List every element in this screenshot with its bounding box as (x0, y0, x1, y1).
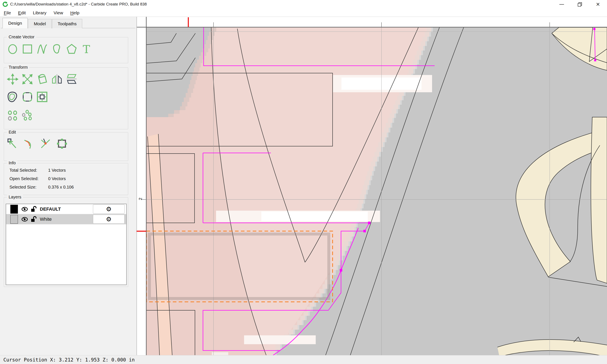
transform-tools-row1 (7, 74, 77, 85)
layer-name[interactable]: DEFAULT (40, 207, 93, 212)
mirror-horizontal-tool-icon[interactable] (51, 74, 63, 85)
create-vector-group: Create Vector T (4, 37, 128, 63)
layer-list: DEFAULT ⚙ White ⚙ (6, 204, 127, 285)
circle-tool-icon[interactable] (7, 43, 18, 54)
menu-file[interactable]: File (0, 10, 14, 15)
restore-button[interactable] (571, 0, 589, 9)
ruler-label-2: 2 (138, 198, 143, 200)
info-total-selected: Total Selected: 1 Vectors (10, 168, 66, 173)
open-selected-value: 0 Vectors (48, 176, 66, 181)
round-corners-tool-icon[interactable] (22, 91, 33, 103)
edit-tools (7, 138, 68, 149)
tab-toolpaths[interactable]: Toolpaths (52, 19, 82, 28)
cursor-y-indicator (137, 231, 146, 232)
total-selected-label: Total Selected: (10, 168, 47, 173)
polyline-tool-icon[interactable] (37, 43, 48, 54)
cursor-position-text: Cursor Position X: 3.212 Y: 1.953 Z: 0.0… (3, 357, 135, 363)
selected-size-label: Selected Size: (10, 185, 47, 190)
layer-color-swatch[interactable] (10, 205, 18, 214)
layer-row-white[interactable]: White ⚙ (6, 214, 126, 224)
layer-name[interactable]: White (40, 217, 93, 222)
selected-size-value: 0.376 x 0.106 (48, 185, 74, 189)
info-selected-size: Selected Size: 0.376 x 0.106 (10, 185, 74, 190)
menu-view[interactable]: View (50, 10, 66, 15)
white-band-bottom (244, 335, 316, 344)
move-tool-icon[interactable] (7, 74, 18, 85)
layer-settings-button[interactable]: ⚙ (93, 215, 125, 224)
polygon-tool-icon[interactable] (66, 43, 77, 54)
svg-text:T: T (83, 43, 90, 54)
white-band-mid-core (261, 211, 368, 221)
panel-tabs: Design Model Toolpaths (2, 18, 83, 28)
text-tool-icon[interactable]: T (81, 43, 92, 54)
menu-help[interactable]: Help (66, 10, 83, 15)
transform-tools-row2 (7, 91, 48, 103)
align-tool-icon[interactable] (7, 110, 18, 121)
distribute-tool-icon[interactable] (22, 110, 33, 121)
transform-tools-row3 (7, 110, 33, 121)
menu-bar: File Edit Library View Help (0, 9, 607, 17)
layers-title: Layers (7, 195, 23, 199)
gear-icon: ⚙ (106, 206, 112, 212)
offset-tool-icon[interactable] (7, 91, 18, 103)
title-bar: C:/Users/willa/Downloads/station 4_v8.c2… (0, 0, 607, 9)
menu-edit[interactable]: Edit (14, 10, 29, 15)
info-title: Info (7, 160, 17, 165)
info-group: Info Total Selected: 1 Vectors Open Sele… (4, 163, 128, 195)
total-selected-value: 1 Vectors (48, 168, 66, 172)
app-logo-icon (2, 2, 8, 7)
eye-icon[interactable] (21, 216, 28, 223)
rotate-tool-icon[interactable] (37, 74, 48, 85)
window-title: C:/Users/willa/Downloads/station 4_v8.c2… (10, 2, 147, 7)
left-panel: Design Model Toolpaths Create Vector T (0, 17, 137, 355)
fit-to-size-tool-icon[interactable] (37, 91, 48, 103)
gear-icon: ⚙ (106, 216, 112, 222)
layer-settings-button[interactable]: ⚙ (93, 205, 125, 214)
create-vector-title: Create Vector (7, 35, 36, 39)
unlock-icon[interactable] (31, 206, 37, 213)
scale-tool-icon[interactable] (22, 74, 33, 85)
minimize-button[interactable] (553, 0, 571, 9)
layer-row-default[interactable]: DEFAULT ⚙ (6, 204, 126, 214)
create-vector-tools: T (7, 43, 92, 54)
edit-title: Edit (7, 130, 17, 135)
edit-curve-tool-icon[interactable] (23, 138, 35, 149)
layer-color-swatch[interactable] (10, 215, 18, 224)
menu-library[interactable]: Library (29, 10, 50, 15)
transform-title: Transform (7, 65, 29, 70)
status-bar: Cursor Position X: 3.212 Y: 1.953 Z: 0.0… (0, 355, 607, 364)
restore-icon (578, 2, 582, 7)
tab-model[interactable]: Model (28, 19, 52, 28)
edit-group: Edit (4, 132, 128, 161)
transform-group: Transform (4, 67, 128, 129)
eye-icon[interactable] (21, 206, 28, 213)
rectangle-tool-icon[interactable] (22, 43, 33, 54)
top-ruler (137, 17, 607, 27)
mirror-vertical-tool-icon[interactable] (66, 74, 77, 85)
cursor-x-indicator (188, 17, 189, 27)
node-edit-tool-icon[interactable] (7, 138, 18, 149)
white-sliver-bottom (212, 352, 228, 355)
unlock-icon[interactable] (31, 216, 37, 223)
close-button[interactable]: ✕ (589, 0, 607, 9)
design-canvas[interactable]: 2 (137, 17, 607, 355)
curve-tool-icon[interactable] (51, 43, 63, 54)
open-selected-label: Open Selected: (10, 176, 47, 181)
tab-design[interactable]: Design (2, 18, 28, 28)
trim-vectors-tool-icon[interactable] (40, 138, 51, 149)
boolean-tool-icon[interactable] (56, 138, 68, 149)
close-icon: ✕ (596, 2, 600, 7)
info-open-selected: Open Selected: 0 Vectors (10, 176, 66, 181)
layers-group: Layers DEFAULT ⚙ (4, 197, 128, 287)
left-ruler (137, 27, 146, 355)
